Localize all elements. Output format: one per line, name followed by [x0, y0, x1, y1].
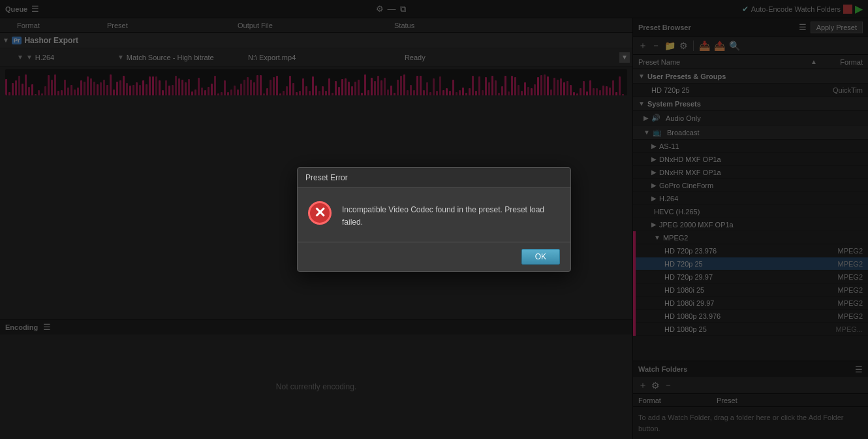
modal-footer: OK	[298, 242, 570, 271]
error-icon: ✕	[308, 201, 332, 225]
modal-title-bar: Preset Error	[298, 168, 570, 188]
preset-error-dialog: Preset Error ✕ Incompatible Video Codec …	[297, 167, 571, 272]
modal-message-text: Incompatible Video Codec found in the pr…	[342, 201, 560, 229]
modal-overlay: Preset Error ✕ Incompatible Video Codec …	[0, 0, 868, 439]
ok-button[interactable]: OK	[521, 249, 560, 265]
modal-title-text: Preset Error	[305, 173, 348, 182]
modal-body: ✕ Incompatible Video Codec found in the …	[298, 188, 570, 242]
